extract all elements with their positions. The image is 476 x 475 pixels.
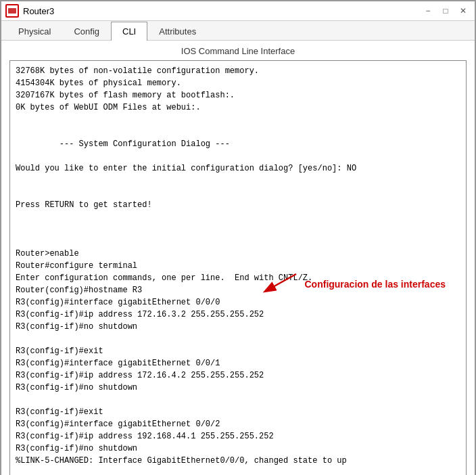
tab-cli[interactable]: CLI [111, 22, 147, 41]
tabs-bar: Physical Config CLI Attributes [1, 21, 475, 41]
router-icon-inner [8, 8, 16, 14]
router-icon [5, 4, 19, 18]
close-button[interactable]: ✕ [456, 5, 471, 17]
tab-config[interactable]: Config [62, 22, 111, 41]
content-area: IOS Command Line Interface 32768K bytes … [1, 41, 475, 475]
title-bar-left: Router3 [5, 4, 54, 18]
maximize-button[interactable]: □ [438, 5, 453, 17]
terminal-container[interactable]: 32768K bytes of non-volatile configurati… [9, 60, 467, 475]
tab-physical[interactable]: Physical [7, 22, 62, 41]
router3-window: Router3 − □ ✕ Physical Config CLI Attrib… [0, 0, 476, 475]
terminal-output[interactable]: 32768K bytes of non-volatile configurati… [10, 61, 466, 475]
window-controls: − □ ✕ [421, 5, 471, 17]
window-title: Router3 [23, 6, 54, 16]
cli-header: IOS Command Line Interface [9, 46, 467, 56]
title-bar: Router3 − □ ✕ [1, 1, 475, 21]
tab-attributes[interactable]: Attributes [147, 22, 208, 41]
minimize-button[interactable]: − [421, 5, 435, 17]
